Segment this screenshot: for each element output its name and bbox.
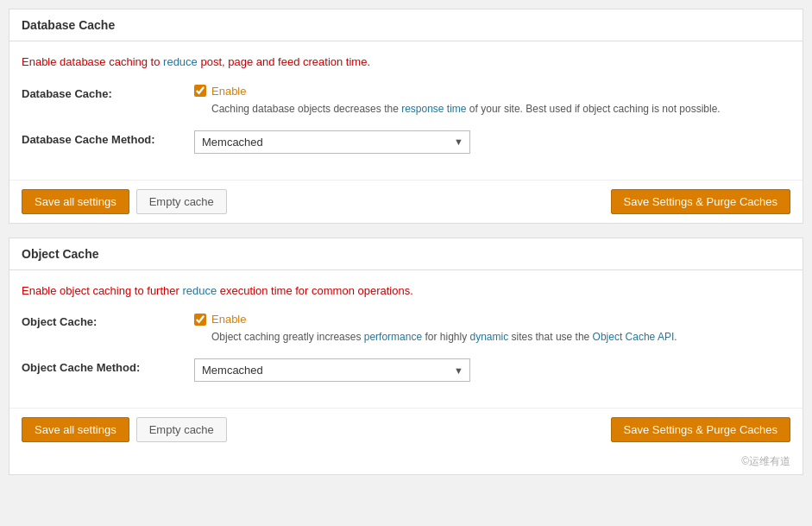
object-cache-description: Object caching greatly increases perform… [211,329,790,345]
object-cache-enable-row: Object Cache: Enable Object caching grea… [22,313,790,345]
object-cache-save-purge-button[interactable]: Save Settings & Purge Caches [611,417,791,442]
database-cache-empty-button[interactable]: Empty cache [136,189,227,214]
database-cache-save-all-button[interactable]: Save all settings [22,189,129,214]
object-cache-label: Object Cache: [22,313,194,328]
database-cache-method-label: Database Cache Method: [22,130,194,146]
object-cache-checkbox[interactable] [194,314,206,326]
database-cache-method-select-wrapper: Memcached ▼ [194,130,470,154]
object-cache-enable-label: Enable [211,313,246,326]
object-cache-api-link[interactable]: Object Cache API [593,331,675,343]
database-cache-enable-row: Database Cache: Enable Caching database … [22,85,790,117]
database-cache-description: Caching database objects decreases the r… [211,101,790,117]
database-cache-method-control: Memcached ▼ [194,130,790,154]
database-cache-notice: Enable database caching to reduce post, … [22,54,790,71]
database-cache-method-select[interactable]: Memcached [194,130,470,154]
object-cache-control: Enable Object caching greatly increases … [194,313,790,345]
database-cache-method-row: Database Cache Method: Memcached ▼ [22,130,790,154]
watermark: ©运维有道 [9,451,803,474]
object-cache-empty-button[interactable]: Empty cache [136,417,227,442]
object-cache-method-select[interactable]: Memcached [194,358,470,382]
object-cache-notice: Enable object caching to further reduce … [22,282,790,300]
object-cache-method-label: Object Cache Method: [22,358,194,374]
database-cache-footer: Save all settings Empty cache Save Setti… [9,180,803,223]
object-cache-save-all-button[interactable]: Save all settings [22,417,129,442]
object-cache-title: Object Cache [9,238,803,270]
object-cache-footer: Save all settings Empty cache Save Setti… [9,408,803,451]
database-cache-checkbox[interactable] [194,85,206,97]
database-cache-title: Database Cache [9,10,803,41]
database-cache-enable-label: Enable [211,85,246,98]
object-cache-footer-left: Save all settings Empty cache [22,417,227,442]
database-cache-section: Database Cache Enable database caching t… [9,9,803,224]
object-cache-method-control: Memcached ▼ [194,358,790,382]
object-cache-section: Object Cache Enable object caching to fu… [9,238,803,476]
database-cache-label: Database Cache: [22,85,194,100]
object-cache-method-select-wrapper: Memcached ▼ [194,358,470,382]
object-cache-method-row: Object Cache Method: Memcached ▼ [22,358,790,382]
database-cache-control: Enable Caching database objects decrease… [194,85,790,117]
database-cache-save-purge-button[interactable]: Save Settings & Purge Caches [611,189,791,214]
database-cache-footer-left: Save all settings Empty cache [22,189,227,214]
